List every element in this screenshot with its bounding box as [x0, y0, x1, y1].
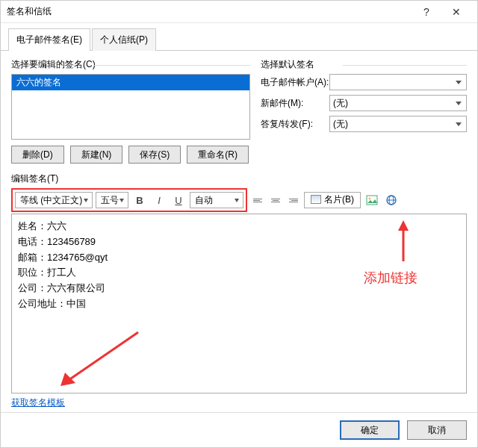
formatting-toolbar: 等线 (中文正文) 五号 B I U 自动	[11, 188, 247, 212]
rename-button[interactable]: 重命名(R)	[187, 146, 249, 164]
signature-listbox[interactable]: 六六的签名	[11, 74, 250, 140]
edit-signature-label: 编辑签名(T)	[11, 172, 467, 185]
svg-rect-0	[367, 196, 377, 205]
align-right-button[interactable]	[286, 192, 301, 208]
align-left-button[interactable]	[250, 192, 265, 208]
new-button[interactable]: 新建(N)	[70, 146, 123, 164]
tab-personal-stationery[interactable]: 个人信纸(P)	[92, 28, 156, 51]
save-button[interactable]: 保存(S)	[128, 146, 181, 164]
insert-link-button[interactable]	[383, 192, 400, 208]
editor-line: 职位：打工人	[18, 265, 460, 281]
default-signature-label: 选择默认签名	[261, 58, 467, 71]
business-card-button[interactable]: 名片(B)	[304, 192, 361, 208]
get-templates-link[interactable]: 获取签名模板	[11, 396, 467, 409]
ok-button[interactable]: 确定	[340, 420, 400, 440]
signature-editor[interactable]: 姓名：六六 电话：123456789 邮箱：1234765@qyt 职位：打工人…	[11, 214, 467, 393]
underline-button[interactable]: U	[170, 192, 187, 208]
svg-point-1	[369, 198, 371, 200]
editor-line: 邮箱：1234765@qyt	[18, 250, 460, 266]
editor-line: 公司地址：中国	[18, 296, 460, 312]
reply-forward-combo[interactable]: (无)	[329, 116, 467, 132]
email-account-label: 电子邮件帐户(A):	[261, 76, 329, 89]
editor-line: 电话：123456789	[18, 234, 460, 250]
delete-button[interactable]: 删除(D)	[11, 146, 64, 164]
italic-button[interactable]: I	[151, 192, 167, 208]
tab-email-signature[interactable]: 电子邮件签名(E)	[8, 28, 90, 51]
cancel-button[interactable]: 取消	[407, 420, 467, 440]
select-signature-label: 选择要编辑的签名(C)	[11, 58, 250, 71]
new-mail-combo[interactable]: (无)	[329, 95, 467, 111]
reply-forward-label: 答复/转发(F):	[261, 118, 329, 131]
font-color-combo[interactable]: 自动	[190, 192, 243, 208]
dialog-title: 签名和信纸	[7, 5, 412, 18]
editor-line: 公司：六六有限公司	[18, 281, 460, 296]
business-card-label: 名片(B)	[324, 193, 354, 206]
editor-line: 姓名：六六	[18, 219, 460, 234]
close-button[interactable]: ✕	[441, 1, 471, 23]
font-size-combo[interactable]: 五号	[96, 192, 128, 208]
help-button[interactable]: ?	[412, 1, 441, 23]
new-mail-label: 新邮件(M):	[261, 97, 329, 110]
font-family-combo[interactable]: 等线 (中文正文)	[15, 192, 93, 208]
signature-list-item[interactable]: 六六的签名	[12, 75, 249, 90]
email-account-combo[interactable]	[329, 74, 467, 90]
align-center-button[interactable]	[268, 192, 283, 208]
insert-image-button[interactable]	[364, 192, 380, 208]
bold-button[interactable]: B	[131, 192, 148, 208]
